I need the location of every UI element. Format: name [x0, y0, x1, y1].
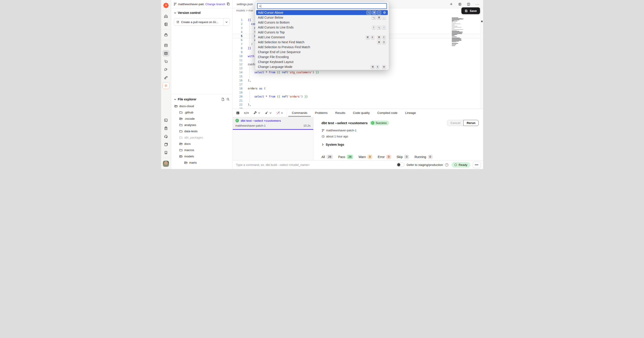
filter-warn[interactable]: Warn0	[358, 155, 372, 159]
tab-commands[interactable]: Commands	[291, 109, 308, 117]
code-line[interactable]: 22),	[233, 103, 480, 107]
canvas-icon[interactable]	[162, 58, 170, 65]
tree-item-macros[interactable]: macros	[171, 147, 232, 153]
format-broom-icon[interactable]	[264, 111, 272, 115]
filter-all[interactable]: All26	[322, 155, 333, 159]
code-line[interactable]: 16),	[233, 78, 480, 82]
code-line[interactable]: 23	[233, 107, 480, 109]
support-headset-icon[interactable]	[162, 133, 170, 140]
filter-error[interactable]: Error0	[378, 155, 391, 159]
history-item[interactable]: ✓ dbt test --select +customers matthewsh…	[233, 117, 313, 130]
create-pr-button[interactable]: Create a pull request on Gi...	[174, 18, 230, 26]
editor-scrollbar[interactable]	[480, 8, 483, 109]
code-line[interactable]: 20 select * from {{ ref('orders') }}	[233, 95, 480, 99]
chevron-down-icon[interactable]	[281, 112, 283, 114]
tree-item-.vscode[interactable]: .vscode	[171, 115, 232, 122]
palette-item[interactable]: Add Line Comment⌘K⌘C	[256, 35, 388, 40]
command-input[interactable]: Type a command, ex. dbt build --select <…	[236, 163, 310, 166]
cancel-button[interactable]: Cancel	[447, 120, 464, 126]
copy-icon[interactable]	[226, 2, 230, 6]
tab-compiled-code[interactable]: Compiled code	[377, 109, 398, 117]
dbt-logo-icon[interactable]	[163, 2, 169, 8]
gear-icon[interactable]: ⚙	[383, 11, 386, 14]
tree-item-analyses[interactable]: analyses	[171, 122, 232, 128]
help-icon[interactable]: ?	[445, 163, 448, 166]
chevron-down-icon[interactable]	[270, 112, 272, 114]
clipboard-icon[interactable]	[162, 125, 170, 131]
compile-code-icon[interactable]: </>	[244, 111, 249, 114]
search-icon[interactable]	[226, 97, 230, 101]
tree-item-data-tests[interactable]: data-tests	[171, 128, 232, 134]
save-button[interactable]: Save	[462, 8, 480, 14]
filter-skip[interactable]: Skip0	[396, 155, 409, 159]
chevron-down-icon[interactable]	[258, 112, 260, 114]
line-number: 3	[233, 27, 242, 30]
palette-item[interactable]: Change End of Line Sequence	[256, 50, 388, 55]
palette-item[interactable]: Add Cursors to Top	[256, 30, 388, 35]
dashboard-icon[interactable]	[162, 42, 170, 49]
tree-item-docs[interactable]: docs	[171, 140, 232, 147]
chevron-down-icon[interactable]	[174, 98, 176, 101]
tab-problems[interactable]: Problems	[314, 109, 328, 117]
editor-minimap[interactable]	[452, 18, 471, 48]
tab-code-quality[interactable]: Code quality	[352, 109, 370, 117]
rerun-button[interactable]: Rerun	[464, 120, 478, 126]
copilot-wand-icon[interactable]	[276, 111, 283, 115]
home-icon[interactable]	[162, 13, 170, 20]
code-line[interactable]: 17	[233, 82, 480, 87]
filter-running[interactable]: Running0	[414, 155, 432, 159]
more-options-icon[interactable]: ···	[476, 2, 480, 6]
tab-lineage[interactable]: Lineage	[404, 109, 416, 117]
explore-search-icon[interactable]	[162, 66, 170, 73]
code-line[interactable]: 14 select * from {{ ref('stg_customers')…	[233, 70, 480, 74]
pr-dropdown-caret[interactable]	[224, 18, 230, 26]
user-avatar[interactable]	[163, 161, 169, 167]
palette-item[interactable]: Change Language Mode⌘KM	[256, 64, 388, 69]
scrollbar-thumb[interactable]	[481, 21, 483, 22]
tree-item-models[interactable]: models	[171, 153, 232, 159]
tree-item-dbt_packages[interactable]: dbt_packages	[171, 134, 232, 140]
code-editor-icon[interactable]	[162, 50, 170, 57]
notebook-icon[interactable]	[162, 21, 170, 28]
dbt-copilot-atom-icon[interactable]: ⚛	[162, 82, 170, 89]
filter-pass[interactable]: Pass26	[338, 155, 353, 159]
code-line[interactable]: 19	[233, 91, 480, 95]
code-line[interactable]: 21	[233, 99, 480, 103]
palette-item[interactable]: Add Cursor Above⌥⌘↑⚙	[256, 10, 388, 15]
palette-item[interactable]: Change Keyboard Layout	[256, 59, 388, 64]
command-palette-input[interactable]: >	[257, 3, 387, 9]
split-editor-icon[interactable]	[467, 3, 470, 6]
palette-item[interactable]: Add Cursor Below⌥⌘↓	[256, 15, 388, 20]
organization-icon[interactable]	[162, 149, 170, 156]
new-file-icon[interactable]	[221, 97, 225, 101]
preview-table-icon[interactable]	[236, 111, 240, 115]
defer-toggle[interactable]	[396, 162, 404, 167]
palette-item[interactable]: Add Selection to Previous Find Match	[256, 45, 388, 50]
code-line[interactable]: 18orders as (	[233, 87, 480, 91]
new-tab-plus-icon[interactable]	[450, 3, 453, 6]
code-line[interactable]: 15	[233, 74, 480, 78]
keyboard-key: C	[382, 35, 386, 39]
tab-results[interactable]: Results	[335, 109, 346, 117]
tab-settings-json[interactable]: settings.json	[233, 0, 257, 8]
apps-link-icon[interactable]	[162, 74, 170, 81]
tree-item-label: .vscode	[184, 117, 195, 120]
palette-item[interactable]: Add Cursors to Line Ends⇧⌥I	[256, 25, 388, 30]
chevron-down-icon[interactable]	[174, 12, 176, 14]
palette-item[interactable]: Add Selection to Next Find Match⌘D	[256, 40, 388, 45]
palette-item[interactable]: Add Cursors to Bottom	[256, 20, 388, 25]
tree-item-marts[interactable]: marts	[171, 159, 232, 166]
docs-book-icon[interactable]	[162, 141, 170, 148]
terminal-icon[interactable]	[162, 117, 170, 123]
tree-item-.github[interactable]: .github	[171, 109, 232, 115]
more-actions-button[interactable]: •••	[472, 161, 481, 168]
tree-item-docs-cloud[interactable]: docs-cloud	[171, 103, 232, 109]
change-branch-link[interactable]: Change branch	[206, 3, 225, 6]
ready-status-pill[interactable]: Ready	[452, 162, 470, 168]
system-logs-toggle[interactable]: System logs	[322, 143, 479, 146]
build-wrench-icon[interactable]	[253, 111, 260, 115]
inbox-icon[interactable]	[162, 31, 170, 38]
palette-item[interactable]: Change File Encoding	[256, 55, 388, 59]
success-check-icon: ✓	[371, 121, 374, 125]
notebook-panel-icon[interactable]	[458, 3, 462, 6]
